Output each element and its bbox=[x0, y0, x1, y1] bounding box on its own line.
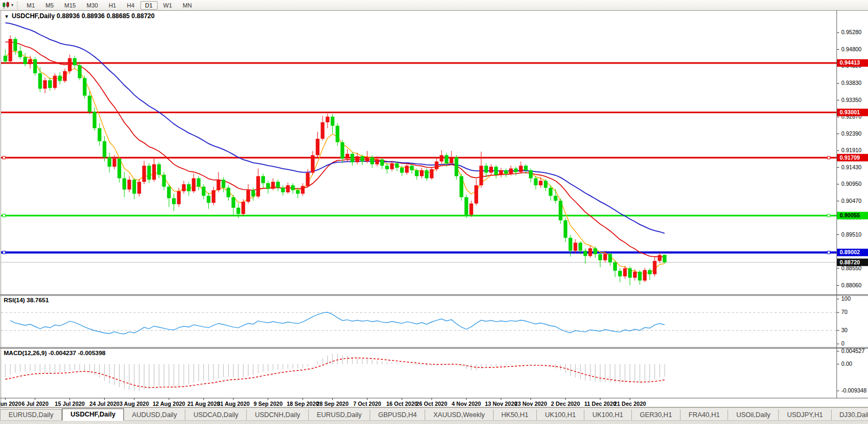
date-label: 12 Aug 2020 bbox=[153, 401, 185, 407]
candle-body bbox=[638, 272, 642, 280]
chart-tab-usdchf-daily[interactable]: USDCHF,Daily bbox=[62, 409, 124, 421]
candle-body bbox=[4, 56, 7, 61]
timeframe-button-W1[interactable]: W1 bbox=[159, 1, 177, 10]
chart-tab-usdcnh-daily[interactable]: USDCNH,Daily bbox=[247, 410, 309, 421]
line-endpoint-handle[interactable] bbox=[827, 156, 830, 159]
macd-tick-label: 0.004527 bbox=[841, 348, 865, 354]
candle-body bbox=[415, 170, 419, 176]
candle-body bbox=[231, 197, 235, 208]
mt4-window: ▾ M1M5M15M30H1H4D1W1MN 0.952800.948000.9… bbox=[0, 0, 868, 424]
chart-tab-audusd-daily[interactable]: AUDUSD,Daily bbox=[124, 410, 185, 421]
chart-tab-eurusd-daily[interactable]: EURUSD,Daily bbox=[309, 410, 370, 421]
candle-body bbox=[395, 163, 399, 168]
date-label: 28 Sep 2020 bbox=[316, 401, 348, 407]
candle-body bbox=[365, 158, 369, 162]
candle-body bbox=[603, 254, 607, 261]
candle-body bbox=[618, 271, 622, 277]
line-endpoint-handle[interactable] bbox=[827, 251, 830, 254]
chart-tab-usdjpy-h1[interactable]: USDJPY,H1 bbox=[779, 410, 831, 421]
price-tick-label: 0.89510 bbox=[841, 231, 862, 238]
candle-body bbox=[217, 180, 221, 191]
timeframe-button-H1[interactable]: H1 bbox=[104, 1, 121, 10]
line-endpoint-handle[interactable] bbox=[3, 214, 5, 217]
collapse-arrow-icon[interactable]: ▼ bbox=[4, 14, 9, 19]
timeframe-button-MN[interactable]: MN bbox=[178, 1, 197, 10]
candle-body bbox=[281, 188, 285, 193]
date-label: 11 Dec 2020 bbox=[584, 401, 616, 407]
chart-tab-usdcad-daily[interactable]: USDCAD,Daily bbox=[185, 410, 247, 421]
candle-body bbox=[192, 178, 196, 191]
chart-tab-eurusd-daily[interactable]: EURUSD,Daily bbox=[0, 409, 62, 421]
line-endpoint-handle[interactable] bbox=[3, 156, 5, 159]
candle-body bbox=[103, 141, 106, 157]
candle-body bbox=[658, 255, 662, 261]
date-label: 26 Jun 2020 bbox=[0, 401, 21, 407]
chart-tab-dj30-daily[interactable]: DJ30,Daily bbox=[832, 410, 868, 421]
timeframe-button-H4[interactable]: H4 bbox=[122, 1, 139, 10]
candle-body bbox=[643, 270, 647, 281]
candle-body bbox=[93, 112, 97, 128]
candle-body bbox=[440, 155, 443, 162]
candle-body bbox=[142, 166, 146, 182]
candle-body bbox=[623, 268, 627, 276]
chart-ohlc-numbers: 0.88936 0.88936 0.88685 0.88720 bbox=[57, 12, 155, 20]
candle-body bbox=[583, 251, 587, 256]
chart-type-tool-icon[interactable] bbox=[2, 2, 10, 9]
timeframe-button-M15[interactable]: M15 bbox=[60, 1, 81, 10]
date-label: 21 Aug 2020 bbox=[187, 401, 220, 407]
candle-body bbox=[122, 178, 126, 190]
timeframe-button-M1[interactable]: M1 bbox=[22, 1, 40, 10]
chart-tab-hk50-h1[interactable]: HK50,H1 bbox=[494, 410, 537, 421]
candle-body bbox=[519, 166, 523, 172]
candle-body bbox=[286, 185, 290, 192]
date-label: 15 Jul 2020 bbox=[55, 401, 85, 407]
timeframe-button-M30[interactable]: M30 bbox=[82, 1, 103, 10]
chart-tab-uk100-h1[interactable]: UK100,H1 bbox=[584, 410, 632, 421]
price-tick-label: 0.92390 bbox=[841, 130, 862, 137]
chart-tab-usoil-daily[interactable]: USOil,Daily bbox=[728, 410, 779, 421]
chart-tab-ger30-h1[interactable]: GER30,H1 bbox=[632, 410, 681, 421]
chart-window: 0.952800.948000.943200.938300.933500.928… bbox=[0, 10, 868, 407]
candle-body bbox=[350, 154, 354, 162]
candle-body bbox=[455, 158, 458, 176]
candle-body bbox=[420, 170, 424, 176]
candle-body bbox=[88, 96, 91, 112]
price-tick-label: 0.93830 bbox=[841, 80, 862, 86]
timeframe-button-M5[interactable]: M5 bbox=[41, 1, 58, 10]
candle-body bbox=[514, 169, 518, 172]
candle-body bbox=[202, 187, 206, 196]
chart-tab-xauusd-weekly[interactable]: XAUUSD,Weekly bbox=[425, 410, 493, 421]
candle-body bbox=[207, 196, 210, 203]
candle-body bbox=[113, 159, 116, 167]
chart-tab-gbpusd-h4[interactable]: GBPUSD,H4 bbox=[370, 410, 425, 421]
price-tick-label: 0.91430 bbox=[841, 164, 862, 170]
candle-body bbox=[252, 190, 255, 197]
candle-body bbox=[13, 39, 17, 51]
candle-body bbox=[568, 238, 572, 250]
date-label: 24 Jul 2020 bbox=[90, 401, 120, 407]
line-endpoint-handle[interactable] bbox=[3, 251, 5, 254]
chart-tab-uk100-h1[interactable]: UK100,H1 bbox=[537, 410, 584, 421]
price-tag-label: 0.91709 bbox=[840, 154, 860, 161]
date-label: 23 Nov 2020 bbox=[514, 401, 547, 407]
candle-body bbox=[504, 170, 508, 174]
candle-body bbox=[226, 188, 230, 198]
date-label: 2 Dec 2020 bbox=[551, 401, 580, 407]
candle-body bbox=[400, 168, 404, 172]
candle-body bbox=[450, 158, 453, 163]
toolbar: ▾ M1M5M15M30H1H4D1W1MN bbox=[0, 0, 868, 11]
candle-body bbox=[663, 255, 667, 262]
timeframe-button-D1[interactable]: D1 bbox=[140, 1, 158, 10]
candle-body bbox=[306, 172, 310, 186]
chart-tool-dropdown-icon[interactable]: ▾ bbox=[11, 3, 13, 7]
candle-body bbox=[237, 208, 240, 214]
chart-background bbox=[0, 10, 868, 407]
candle-body bbox=[197, 178, 200, 187]
candle-body bbox=[128, 180, 131, 190]
line-endpoint-handle[interactable] bbox=[827, 214, 830, 217]
candle-body bbox=[98, 128, 101, 141]
chart-tab-fra40-h1[interactable]: FRA40,H1 bbox=[681, 410, 728, 421]
candle-body bbox=[152, 164, 156, 180]
price-tag-label: 0.88720 bbox=[840, 259, 860, 265]
candle-body bbox=[653, 261, 656, 274]
